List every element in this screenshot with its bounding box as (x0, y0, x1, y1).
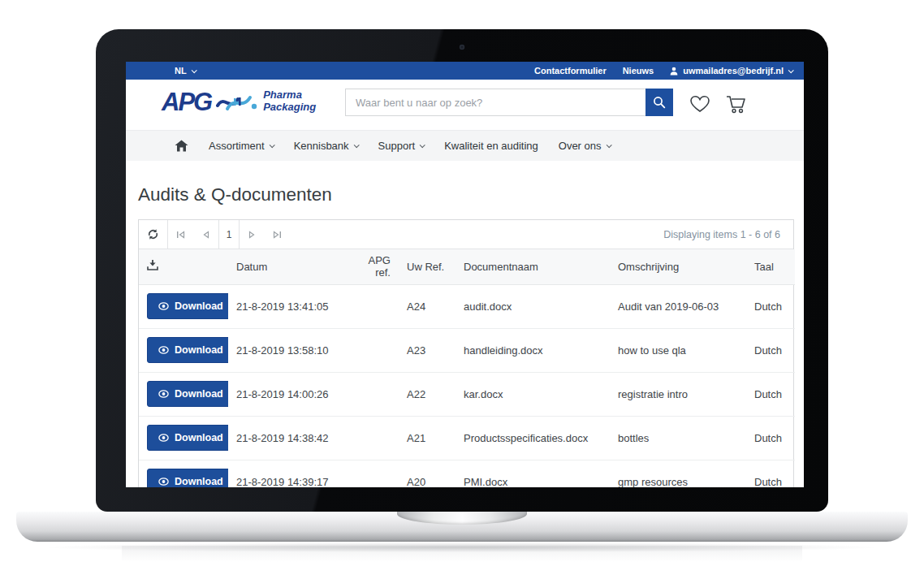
cell-taal: Dutch (746, 416, 795, 460)
table-row: Download 21-8-2019 13:58:10 A23 handleid… (139, 328, 795, 372)
nav-label: Over ons (559, 140, 602, 152)
chevron-down-icon (420, 142, 425, 148)
cell-apg-ref (346, 372, 399, 416)
cell-omschrijving: registratie intro (610, 372, 746, 416)
cell-documentnaam: Productsspecificaties.docx (456, 416, 610, 460)
pagination: 1 (168, 220, 290, 249)
laptop-bezel: NL Contactformulier Nieuws uwmailadres@b… (96, 29, 828, 512)
webcam-dot (460, 45, 464, 50)
cell-omschrijving: bottles (610, 416, 746, 460)
search-button[interactable] (646, 89, 673, 116)
cell-taal: Dutch (746, 284, 795, 328)
nav-home[interactable] (175, 140, 188, 152)
download-button[interactable]: Download (147, 337, 228, 363)
download-button[interactable]: Download (147, 293, 228, 319)
topbar: NL Contactformulier Nieuws uwmailadres@b… (126, 62, 804, 80)
nav-item-kennisbank[interactable]: Kennisbank (294, 140, 358, 152)
cell-documentnaam: handleiding.docx (456, 328, 610, 372)
next-page-icon (248, 231, 256, 239)
browser-viewport: NL Contactformulier Nieuws uwmailadres@b… (126, 62, 804, 487)
column-omschrijving[interactable]: Omschrijving (610, 249, 746, 284)
cell-datum: 21-8-2019 13:58:10 (228, 328, 346, 372)
search-input[interactable] (345, 89, 646, 116)
person-icon (670, 67, 678, 76)
nav-item-kwaliteit-en-auditing[interactable]: Kwaliteit en auditing (444, 140, 538, 152)
download-label: Download (175, 388, 223, 400)
topbar-link-nieuws[interactable]: Nieuws (623, 66, 654, 76)
documents-grid: 1 (138, 219, 794, 487)
download-label: Download (175, 344, 223, 356)
column-download (139, 249, 228, 284)
column-datum[interactable]: Datum (228, 249, 346, 284)
nav-label: Kennisbank (294, 140, 349, 152)
download-button[interactable]: Download (147, 469, 228, 487)
topbar-link-contactformulier[interactable]: Contactformulier (534, 66, 607, 76)
cart-icon (725, 94, 748, 115)
nav-label: Kwaliteit en auditing (444, 140, 538, 152)
next-page-button[interactable] (240, 220, 265, 249)
nav-item-assortiment[interactable]: Assortiment (209, 140, 274, 152)
refresh-button[interactable] (139, 220, 168, 249)
chevron-down-icon (191, 67, 196, 73)
eye-icon (158, 302, 169, 310)
nav-label: Support (378, 140, 416, 152)
download-label: Download (175, 300, 223, 312)
last-page-button[interactable] (265, 220, 290, 249)
download-button[interactable]: Download (147, 381, 228, 407)
cart-button[interactable] (725, 94, 748, 118)
laptop-base (16, 512, 908, 542)
laptop-reflection (122, 546, 802, 562)
grid-toolbar: 1 (139, 220, 793, 249)
account-menu[interactable]: uwmailadres@bedrijf.nl (670, 66, 792, 76)
main-content: Audits & Q-documenten (126, 184, 804, 487)
chevron-down-icon (353, 142, 359, 148)
nav-item-over-ons[interactable]: Over ons (559, 140, 611, 152)
eye-icon (158, 434, 169, 442)
cell-uw-ref: A21 (399, 416, 456, 460)
chevron-down-icon (788, 67, 794, 73)
documents-table: Datum APG ref. Uw Ref. Documentnaam Omsc… (139, 249, 795, 487)
cell-apg-ref (346, 284, 399, 328)
heart-icon (689, 94, 710, 114)
column-uw-ref[interactable]: Uw Ref. (399, 249, 456, 284)
page-number-input[interactable]: 1 (218, 220, 240, 249)
grid-status: Displaying items 1 - 6 of 6 (663, 220, 793, 249)
cell-apg-ref (346, 460, 399, 487)
eye-icon (158, 390, 169, 398)
cell-omschrijving: gmp resources (610, 460, 746, 487)
cell-uw-ref: A24 (399, 284, 456, 328)
logo-tagline-line2: Packaging (263, 101, 316, 113)
table-row: Download 21-8-2019 13:41:05 A24 audit.do… (139, 284, 795, 328)
eye-icon (158, 478, 169, 486)
cell-datum: 21-8-2019 14:39:17 (228, 460, 346, 487)
prev-page-button[interactable] (193, 220, 218, 249)
site-logo[interactable]: APG Pharma Packaging (162, 88, 316, 115)
chevron-down-icon (269, 142, 274, 148)
cell-datum: 21-8-2019 14:00:26 (228, 372, 346, 416)
wishlist-button[interactable] (689, 94, 710, 117)
cell-documentnaam: audit.docx (456, 284, 610, 328)
topbar-links: Contactformulier Nieuws uwmailadres@bedr… (534, 66, 792, 76)
column-taal[interactable]: Taal (746, 249, 795, 284)
search-bar (345, 89, 673, 116)
cell-taal: Dutch (746, 460, 795, 487)
language-selector[interactable]: NL (175, 66, 196, 76)
home-icon (175, 140, 188, 152)
nav-label: Assortiment (209, 140, 265, 152)
mockup-stage: NL Contactformulier Nieuws uwmailadres@b… (0, 0, 924, 562)
logo-tagline: Pharma Packaging (263, 89, 316, 114)
last-page-icon (273, 231, 282, 239)
nav-item-support[interactable]: Support (378, 140, 425, 152)
language-label: NL (175, 66, 187, 76)
site-header: APG Pharma Packaging (126, 80, 804, 130)
download-button[interactable]: Download (147, 425, 228, 451)
cell-apg-ref (346, 416, 399, 460)
chevron-down-icon (606, 142, 611, 148)
column-apg-ref[interactable]: APG ref. (346, 249, 399, 284)
logo-tagline-line1: Pharma (263, 89, 302, 101)
first-page-button[interactable] (168, 220, 193, 249)
download-tray-icon (147, 260, 158, 270)
refresh-icon (147, 228, 159, 240)
column-documentnaam[interactable]: Documentnaam (456, 249, 610, 284)
search-icon (653, 96, 666, 109)
